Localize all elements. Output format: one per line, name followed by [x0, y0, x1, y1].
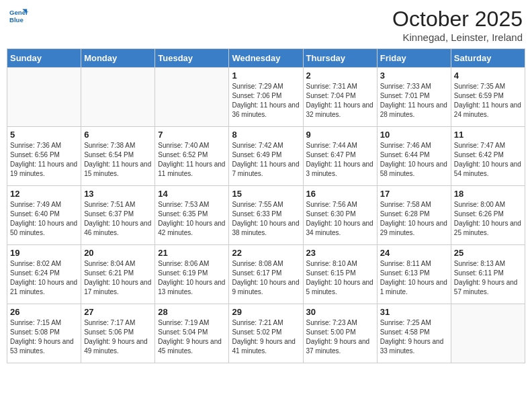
day-content: Sunrise: 8:02 AM Sunset: 6:24 PM Dayligh…: [10, 259, 78, 297]
week-row-5: 26Sunrise: 7:15 AM Sunset: 5:08 PM Dayli…: [7, 304, 525, 363]
weekday-header-row: SundayMondayTuesdayWednesdayThursdayFrid…: [7, 49, 525, 68]
day-number: 1: [232, 71, 300, 81]
weekday-header-monday: Monday: [81, 49, 155, 68]
day-number: 18: [454, 189, 522, 199]
day-content: Sunrise: 8:10 AM Sunset: 6:15 PM Dayligh…: [306, 259, 374, 297]
day-content: Sunrise: 7:29 AM Sunset: 7:06 PM Dayligh…: [232, 82, 300, 120]
day-content: Sunrise: 7:23 AM Sunset: 5:00 PM Dayligh…: [306, 318, 374, 356]
week-row-1: 1Sunrise: 7:29 AM Sunset: 7:06 PM Daylig…: [7, 68, 525, 127]
day-content: Sunrise: 7:33 AM Sunset: 7:01 PM Dayligh…: [380, 82, 448, 120]
logo-icon: General Blue: [9, 7, 28, 26]
day-number: 26: [10, 307, 78, 317]
calendar-cell: 20Sunrise: 8:04 AM Sunset: 6:21 PM Dayli…: [81, 245, 155, 304]
calendar-cell: 16Sunrise: 7:56 AM Sunset: 6:30 PM Dayli…: [303, 186, 377, 245]
day-number: 11: [454, 130, 522, 140]
calendar-cell: 10Sunrise: 7:46 AM Sunset: 6:44 PM Dayli…: [377, 127, 451, 186]
calendar-cell: 23Sunrise: 8:10 AM Sunset: 6:15 PM Dayli…: [303, 245, 377, 304]
weekday-header-sunday: Sunday: [7, 49, 81, 68]
weekday-header-friday: Friday: [377, 49, 451, 68]
calendar-cell: 22Sunrise: 8:08 AM Sunset: 6:17 PM Dayli…: [229, 245, 303, 304]
day-number: 25: [454, 248, 522, 258]
day-content: Sunrise: 7:15 AM Sunset: 5:08 PM Dayligh…: [10, 318, 78, 356]
day-content: Sunrise: 8:06 AM Sunset: 6:19 PM Dayligh…: [158, 259, 226, 297]
day-number: 14: [158, 189, 226, 199]
day-content: Sunrise: 7:40 AM Sunset: 6:52 PM Dayligh…: [158, 141, 226, 179]
weekday-header-wednesday: Wednesday: [229, 49, 303, 68]
weekday-header-thursday: Thursday: [303, 49, 377, 68]
day-content: Sunrise: 7:49 AM Sunset: 6:40 PM Dayligh…: [10, 200, 78, 238]
day-content: Sunrise: 8:11 AM Sunset: 6:13 PM Dayligh…: [380, 259, 448, 297]
calendar-cell: 26Sunrise: 7:15 AM Sunset: 5:08 PM Dayli…: [7, 304, 81, 363]
calendar-cell: [7, 68, 81, 127]
day-number: 10: [380, 130, 448, 140]
day-content: Sunrise: 7:19 AM Sunset: 5:04 PM Dayligh…: [158, 318, 226, 356]
day-content: Sunrise: 7:44 AM Sunset: 6:47 PM Dayligh…: [306, 141, 374, 179]
calendar-cell: 9Sunrise: 7:44 AM Sunset: 6:47 PM Daylig…: [303, 127, 377, 186]
day-content: Sunrise: 7:42 AM Sunset: 6:49 PM Dayligh…: [232, 141, 300, 179]
calendar-cell: 24Sunrise: 8:11 AM Sunset: 6:13 PM Dayli…: [377, 245, 451, 304]
week-row-4: 19Sunrise: 8:02 AM Sunset: 6:24 PM Dayli…: [7, 245, 525, 304]
calendar-cell: 11Sunrise: 7:47 AM Sunset: 6:42 PM Dayli…: [451, 127, 525, 186]
location-title: Kinnegad, Leinster, Ireland: [392, 32, 523, 43]
calendar-cell: 13Sunrise: 7:51 AM Sunset: 6:37 PM Dayli…: [81, 186, 155, 245]
week-row-3: 12Sunrise: 7:49 AM Sunset: 6:40 PM Dayli…: [7, 186, 525, 245]
day-content: Sunrise: 7:58 AM Sunset: 6:28 PM Dayligh…: [380, 200, 448, 238]
month-title: October 2025: [392, 7, 523, 32]
calendar-cell: 2Sunrise: 7:31 AM Sunset: 7:04 PM Daylig…: [303, 68, 377, 127]
day-content: Sunrise: 7:31 AM Sunset: 7:04 PM Dayligh…: [306, 82, 374, 120]
calendar-cell: 19Sunrise: 8:02 AM Sunset: 6:24 PM Dayli…: [7, 245, 81, 304]
calendar-cell: 15Sunrise: 7:55 AM Sunset: 6:33 PM Dayli…: [229, 186, 303, 245]
logo: General Blue: [9, 7, 28, 26]
day-number: 3: [380, 71, 448, 81]
calendar-cell: 1Sunrise: 7:29 AM Sunset: 7:06 PM Daylig…: [229, 68, 303, 127]
calendar-cell: 28Sunrise: 7:19 AM Sunset: 5:04 PM Dayli…: [155, 304, 229, 363]
day-content: Sunrise: 7:51 AM Sunset: 6:37 PM Dayligh…: [84, 200, 152, 238]
day-number: 31: [380, 307, 448, 317]
calendar-cell: 8Sunrise: 7:42 AM Sunset: 6:49 PM Daylig…: [229, 127, 303, 186]
day-content: Sunrise: 7:35 AM Sunset: 6:59 PM Dayligh…: [454, 82, 522, 120]
day-number: 4: [454, 71, 522, 81]
calendar-cell: 29Sunrise: 7:21 AM Sunset: 5:02 PM Dayli…: [229, 304, 303, 363]
day-content: Sunrise: 7:21 AM Sunset: 5:02 PM Dayligh…: [232, 318, 300, 356]
calendar-cell: [81, 68, 155, 127]
weekday-header-saturday: Saturday: [451, 49, 525, 68]
day-content: Sunrise: 8:04 AM Sunset: 6:21 PM Dayligh…: [84, 259, 152, 297]
calendar-cell: 4Sunrise: 7:35 AM Sunset: 6:59 PM Daylig…: [451, 68, 525, 127]
day-content: Sunrise: 8:00 AM Sunset: 6:26 PM Dayligh…: [454, 200, 522, 238]
day-content: Sunrise: 8:13 AM Sunset: 6:11 PM Dayligh…: [454, 259, 522, 297]
day-number: 2: [306, 71, 374, 81]
calendar-cell: [155, 68, 229, 127]
calendar-cell: 6Sunrise: 7:38 AM Sunset: 6:54 PM Daylig…: [81, 127, 155, 186]
day-number: 19: [10, 248, 78, 258]
day-content: Sunrise: 7:53 AM Sunset: 6:35 PM Dayligh…: [158, 200, 226, 238]
day-number: 15: [232, 189, 300, 199]
calendar-cell: 17Sunrise: 7:58 AM Sunset: 6:28 PM Dayli…: [377, 186, 451, 245]
day-content: Sunrise: 7:25 AM Sunset: 4:58 PM Dayligh…: [380, 318, 448, 356]
day-number: 23: [306, 248, 374, 258]
day-content: Sunrise: 7:17 AM Sunset: 5:06 PM Dayligh…: [84, 318, 152, 356]
day-content: Sunrise: 8:08 AM Sunset: 6:17 PM Dayligh…: [232, 259, 300, 297]
day-number: 7: [158, 130, 226, 140]
calendar-cell: 18Sunrise: 8:00 AM Sunset: 6:26 PM Dayli…: [451, 186, 525, 245]
calendar-cell: 30Sunrise: 7:23 AM Sunset: 5:00 PM Dayli…: [303, 304, 377, 363]
calendar-cell: 14Sunrise: 7:53 AM Sunset: 6:35 PM Dayli…: [155, 186, 229, 245]
day-number: 9: [306, 130, 374, 140]
svg-text:Blue: Blue: [9, 16, 24, 24]
header: General Blue October 2025 Kinnegad, Lein…: [7, 7, 525, 43]
calendar-cell: 12Sunrise: 7:49 AM Sunset: 6:40 PM Dayli…: [7, 186, 81, 245]
calendar-cell: [451, 304, 525, 363]
calendar-cell: 27Sunrise: 7:17 AM Sunset: 5:06 PM Dayli…: [81, 304, 155, 363]
day-number: 29: [232, 307, 300, 317]
day-content: Sunrise: 7:56 AM Sunset: 6:30 PM Dayligh…: [306, 200, 374, 238]
title-area: October 2025 Kinnegad, Leinster, Ireland: [392, 7, 523, 43]
day-number: 5: [10, 130, 78, 140]
week-row-2: 5Sunrise: 7:36 AM Sunset: 6:56 PM Daylig…: [7, 127, 525, 186]
calendar-cell: 7Sunrise: 7:40 AM Sunset: 6:52 PM Daylig…: [155, 127, 229, 186]
calendar-cell: 25Sunrise: 8:13 AM Sunset: 6:11 PM Dayli…: [451, 245, 525, 304]
day-number: 27: [84, 307, 152, 317]
calendar-cell: 3Sunrise: 7:33 AM Sunset: 7:01 PM Daylig…: [377, 68, 451, 127]
day-number: 13: [84, 189, 152, 199]
day-number: 6: [84, 130, 152, 140]
day-number: 20: [84, 248, 152, 258]
day-number: 8: [232, 130, 300, 140]
